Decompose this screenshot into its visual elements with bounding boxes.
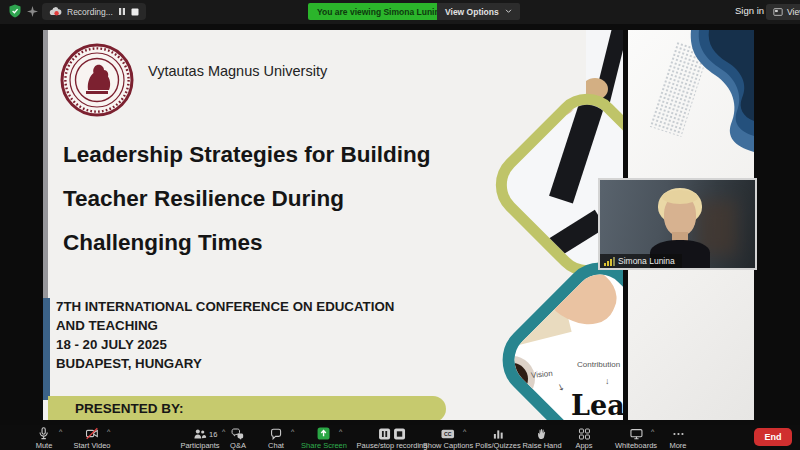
recording-label: Recording...: [67, 7, 113, 17]
participants-icon: [194, 428, 207, 440]
slide-title-line2: Teacher Resilience During: [63, 186, 344, 212]
conference-accent-bar: [43, 298, 50, 400]
participants-count: 16: [209, 430, 217, 439]
apps-grid-icon: [578, 428, 590, 440]
chat-options-chevron[interactable]: ^: [291, 428, 294, 435]
conference-dates: 18 - 20 JULY 2025: [56, 337, 167, 352]
shared-presentation-slide: Vytautas Magnus University Leadership St…: [43, 30, 623, 420]
notebook-graphic: [500, 287, 571, 347]
mute-options-chevron[interactable]: ^: [59, 428, 62, 435]
more-label: More: [669, 441, 686, 450]
polls-quizzes-label: Polls/Quizzes: [475, 441, 520, 450]
participant-video-tile[interactable]: Simona Lunina: [600, 180, 755, 268]
teal-hexagon-photo-frame: Vision Contribution Respon pport Communi…: [487, 247, 623, 420]
more-button[interactable]: More: [669, 427, 686, 450]
sign-in-label: Sign in: [735, 5, 764, 16]
security-shield-icon[interactable]: [8, 4, 22, 18]
show-captions-button[interactable]: CC ^ Show Captions: [423, 427, 473, 450]
university-name: Vytautas Magnus University: [148, 63, 327, 79]
chevron-down-icon: [505, 9, 512, 14]
connection-quality-icon: [604, 256, 615, 266]
captions-options-chevron[interactable]: ^: [463, 428, 466, 435]
share-screen-button[interactable]: ^ Share Screen: [301, 427, 347, 450]
participants-options-chevron[interactable]: ^: [222, 428, 225, 435]
start-video-label: Start Video: [74, 441, 111, 450]
apps-button[interactable]: Apps: [575, 427, 592, 450]
raise-hand-label: Raise Hand: [522, 441, 561, 450]
video-camera-off-icon: [85, 427, 98, 440]
qa-bubbles-icon: [232, 428, 245, 440]
slide-edge-shadow: [43, 30, 48, 298]
mindmap-word-contribution: Contribution: [577, 360, 620, 369]
pause-stop-recording-icon: [378, 428, 405, 440]
whiteboards-button[interactable]: ^ Whiteboards: [615, 427, 657, 450]
participants-label: Participants: [180, 441, 219, 450]
share-options-chevron[interactable]: ^: [339, 428, 342, 435]
end-meeting-button[interactable]: End: [754, 428, 792, 446]
participant-name-tag: Simona Lunina: [600, 254, 682, 268]
meeting-toolbar: ^ Mute ^ Start Video 16 ^ Participants Q…: [0, 425, 800, 450]
slide-title-line3: Challenging Times: [63, 230, 263, 256]
university-seal-logo: [59, 42, 135, 118]
raise-hand-icon: [536, 428, 547, 440]
video-options-chevron[interactable]: ^: [107, 428, 110, 435]
recording-controls: Recording...: [42, 3, 146, 20]
apps-label: Apps: [575, 441, 592, 450]
pause-recording-icon[interactable]: [118, 7, 126, 16]
mindmap-arrow: ↓: [605, 376, 610, 386]
view-options-button[interactable]: View Options: [437, 3, 520, 20]
polls-quizzes-button[interactable]: Polls/Quizzes: [475, 427, 520, 450]
start-video-button[interactable]: ^ Start Video: [74, 427, 111, 450]
top-bar: Recording... You are viewing Simona Luni…: [0, 0, 800, 24]
chat-label: Chat: [268, 441, 284, 450]
mindmap-word-support: pport: [503, 406, 521, 415]
marker-graphic: [487, 318, 510, 334]
participant-hair: [662, 190, 698, 204]
participants-button[interactable]: 16 ^ Participants: [180, 427, 219, 450]
mindmap-word-leader: Leader: [571, 390, 623, 420]
svg-text:CC: CC: [444, 431, 452, 437]
mindmap-arrow: ↘: [556, 381, 567, 393]
view-layout-icon: [773, 7, 783, 17]
show-captions-label: Show Captions: [423, 441, 473, 450]
stop-recording-icon[interactable]: [131, 8, 139, 16]
raise-hand-button[interactable]: Raise Hand: [522, 427, 561, 450]
slide-title-line1: Leadership Strategies for Building: [63, 142, 431, 168]
chat-bubble-icon: [270, 428, 282, 440]
chat-button[interactable]: ^ Chat: [268, 427, 284, 450]
view-layout-button[interactable]: View: [766, 4, 800, 20]
whiteboards-label: Whiteboards: [615, 441, 657, 450]
share-screen-label: Share Screen: [301, 441, 347, 450]
qa-label: Q&A: [230, 441, 246, 450]
mindmap-word-vision: Vision: [531, 369, 553, 380]
whiteboard-icon: [629, 428, 642, 440]
conference-location: BUDAPEST, HUNGARY: [56, 356, 202, 371]
mute-button[interactable]: ^ Mute: [36, 427, 53, 450]
mute-label: Mute: [36, 441, 53, 450]
share-screen-icon: [318, 427, 331, 440]
conference-name-line1: 7TH INTERNATIONAL CONFERENCE ON EDUCATIO…: [56, 299, 394, 314]
presented-by-banner: PRESENTED BY:: [48, 396, 446, 420]
sparkle-icon[interactable]: [27, 6, 38, 17]
qa-button[interactable]: Q&A: [230, 427, 246, 450]
view-options-label: View Options: [445, 7, 499, 17]
conference-name-line2: AND TEACHING: [56, 318, 158, 333]
polls-bar-chart-icon: [492, 428, 504, 440]
participant-name: Simona Lunina: [618, 256, 675, 266]
whiteboards-options-chevron[interactable]: ^: [651, 428, 654, 435]
leadership-mindmap-photo: Vision Contribution Respon pport Communi…: [487, 264, 623, 420]
sign-in-button[interactable]: Sign in: [735, 5, 764, 16]
pause-stop-recording-label: Pause/stop recording: [357, 441, 428, 450]
navy-wave-decoration: [669, 30, 754, 160]
pause-stop-recording-button[interactable]: Pause/stop recording: [357, 427, 428, 450]
cloud-recording-icon: [49, 6, 62, 17]
zoom-meeting-window: Recording... You are viewing Simona Luni…: [0, 0, 800, 450]
microphone-icon: [38, 427, 50, 440]
more-dots-icon: [671, 428, 685, 440]
coffee-cup-graphic: [489, 356, 535, 402]
view-button-label: View: [787, 7, 800, 17]
captions-icon: CC: [441, 428, 455, 440]
